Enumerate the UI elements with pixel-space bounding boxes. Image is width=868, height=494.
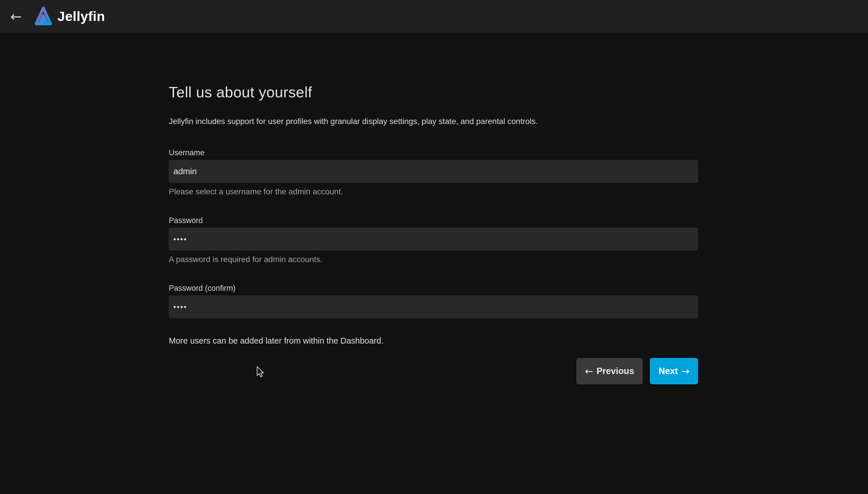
next-button-label: Next: [658, 366, 678, 376]
wizard-actions: ← Previous Next →: [169, 358, 698, 384]
username-label: Username: [169, 148, 698, 157]
password-label: Password: [169, 215, 698, 225]
username-input[interactable]: [169, 160, 698, 183]
password-confirm-label: Password (confirm): [169, 283, 698, 293]
next-button[interactable]: Next →: [650, 358, 698, 384]
back-arrow-icon: ←: [10, 8, 22, 24]
setup-wizard-page: Tell us about yourself Jellyfin includes…: [169, 83, 698, 384]
password-help-text: A password is required for admin account…: [169, 254, 698, 264]
previous-button[interactable]: ← Previous: [576, 358, 643, 384]
password-confirm-input[interactable]: [169, 296, 698, 318]
password-input[interactable]: [169, 228, 698, 251]
username-field: Username Please select a username for th…: [169, 148, 698, 197]
arrow-right-icon: →: [681, 366, 690, 376]
username-help-text: Please select a username for the admin a…: [169, 187, 698, 197]
jellyfin-logo-icon: [34, 5, 53, 27]
page-title: Tell us about yourself: [169, 83, 698, 101]
app-header: ← Jellyfin: [0, 0, 868, 33]
arrow-left-icon: ←: [585, 366, 593, 376]
footnote-text: More users can be added later from withi…: [169, 335, 698, 346]
previous-button-label: Previous: [596, 366, 634, 376]
app-title: Jellyfin: [57, 8, 105, 24]
password-field: Password A password is required for admi…: [169, 215, 698, 264]
password-confirm-field: Password (confirm): [169, 283, 698, 318]
back-button[interactable]: ←: [8, 6, 24, 26]
page-description: Jellyfin includes support for user profi…: [169, 116, 698, 127]
app-brand: Jellyfin: [34, 5, 105, 27]
